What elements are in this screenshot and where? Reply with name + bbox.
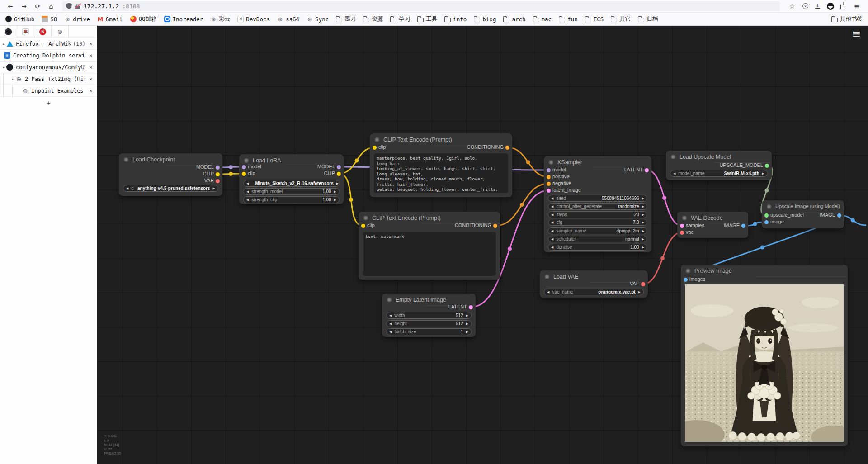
- collapse-dot-icon[interactable]: [767, 204, 771, 209]
- decrement-icon[interactable]: ◀: [551, 237, 553, 241]
- node-ksampler[interactable]: KSamplermodelpositivenegativelatent_imag…: [544, 156, 651, 252]
- input-slot-image[interactable]: [764, 220, 769, 224]
- decrement-icon[interactable]: ◀: [551, 221, 553, 224]
- input-slot-positive[interactable]: [547, 175, 551, 179]
- decrement-icon[interactable]: ◀: [126, 187, 128, 190]
- node-load-lora[interactable]: Load LoRAmodelclipMODELCLIP◀lora_nameMin…: [239, 154, 344, 204]
- expander-icon[interactable]: ▾: [9, 77, 15, 81]
- node-clip-text-encode-positive[interactable]: CLIP Text Encode (Prompt)clipCONDITIONIN…: [370, 133, 512, 197]
- new-tab-button[interactable]: +: [0, 97, 97, 109]
- bookmark-item[interactable]: 资源: [363, 15, 383, 23]
- link-midpoint-dot[interactable]: [851, 218, 855, 223]
- increment-icon[interactable]: ▶: [642, 246, 644, 249]
- node-vae-decode[interactable]: VAE DecodesamplesvaeIMAGE: [677, 212, 748, 238]
- bookmark-item[interactable]: ⊕彩云: [210, 15, 230, 23]
- link-midpoint-dot[interactable]: [765, 189, 769, 193]
- reload-button[interactable]: ⟳: [32, 1, 43, 11]
- widget-ckpt_name[interactable]: ◀ckpt_nameanything-v4.5-pruned.safetenso…: [123, 185, 218, 192]
- widget-model_name[interactable]: ◀model_nameSwinIR-M-x4.pth▶: [670, 170, 768, 177]
- widget-vae_name[interactable]: ◀vae_nameorangemix.vae.pt▶: [544, 289, 644, 295]
- widget-seed[interactable]: ◀seed550894511064696▶: [548, 195, 647, 202]
- close-tab-icon[interactable]: ×: [88, 40, 94, 47]
- widget-steps[interactable]: ◀steps20▶: [548, 211, 647, 218]
- back-button[interactable]: ←: [5, 1, 16, 11]
- expander-icon[interactable]: ▾: [0, 65, 6, 70]
- collapse-dot-icon[interactable]: [124, 157, 128, 162]
- insecure-lock-icon[interactable]: [75, 3, 80, 9]
- output-slot-UPSCALE_MODEL[interactable]: [765, 164, 769, 168]
- input-slot-clip[interactable]: [361, 224, 365, 228]
- link-midpoint-dot[interactable]: [662, 196, 666, 200]
- collapse-dot-icon[interactable]: [682, 216, 687, 220]
- pinned-tab-2[interactable]: 丰: [17, 26, 34, 38]
- share-icon[interactable]: [840, 5, 846, 9]
- close-tab-icon[interactable]: ×: [88, 87, 94, 94]
- link-midpoint-dot[interactable]: [660, 256, 665, 260]
- bookmark-item[interactable]: 墨刀: [336, 15, 356, 23]
- tab-creating-dolphin-servi[interactable]: ❄Creating Dolphin servi×: [0, 50, 97, 62]
- link-midpoint-dot[interactable]: [753, 222, 757, 226]
- decrement-icon[interactable]: ◀: [389, 314, 392, 317]
- link-midpoint-dot[interactable]: [508, 247, 512, 251]
- node-load-vae[interactable]: Load VAEVAE◀vae_nameorangemix.vae.pt▶: [540, 270, 648, 298]
- bookmark-item[interactable]: 归档: [638, 15, 658, 23]
- widget-scheduler[interactable]: ◀schedulernormal▶: [548, 236, 647, 242]
- other-bookmarks[interactable]: 其他书签: [831, 15, 863, 23]
- bookmark-item[interactable]: 其它: [611, 15, 631, 23]
- node-load-upscale-model[interactable]: Load Upscale ModelUPSCALE_MODEL◀model_na…: [666, 151, 772, 180]
- decrement-icon[interactable]: ◀: [551, 213, 553, 217]
- bookmark-item[interactable]: arch: [503, 16, 525, 23]
- decrement-icon[interactable]: ◀: [551, 229, 553, 233]
- widget-height[interactable]: ◀height512▶: [386, 320, 472, 327]
- output-slot-CONDITIONING[interactable]: [505, 146, 509, 150]
- widget-strength_clip[interactable]: ◀strength_clip1.00▶: [243, 196, 340, 203]
- bookmark-item[interactable]: QQ邮箱: [130, 15, 157, 23]
- bookmark-item[interactable]: fun: [559, 16, 578, 23]
- decrement-icon[interactable]: ◀: [551, 205, 553, 208]
- bookmark-item[interactable]: 学习: [390, 15, 410, 23]
- tab-comfyanonymous-comfyui[interactable]: ▾comfyanonymous/ComfyUI×: [0, 62, 97, 73]
- bookmark-item[interactable]: ⊕ss64: [277, 16, 299, 23]
- bookmark-item[interactable]: mac: [533, 16, 552, 23]
- output-slot-VAE[interactable]: [216, 179, 220, 183]
- increment-icon[interactable]: ▶: [762, 172, 764, 175]
- decrement-icon[interactable]: ◀: [246, 190, 249, 194]
- pinned-tab-3[interactable]: 6: [34, 26, 52, 38]
- increment-icon[interactable]: ▶: [642, 229, 644, 233]
- widget-width[interactable]: ◀width512▶: [386, 312, 472, 319]
- collapse-dot-icon[interactable]: [545, 275, 549, 279]
- close-tab-icon[interactable]: ×: [88, 52, 94, 59]
- collapse-dot-icon[interactable]: [686, 269, 690, 273]
- link-midpoint-dot[interactable]: [229, 165, 233, 169]
- input-slot-samples[interactable]: [680, 224, 684, 228]
- collapse-dot-icon[interactable]: [549, 160, 553, 165]
- widget-lora_name[interactable]: ◀lora_nameMinute_Sketch_v2_R-16.safetens…: [243, 180, 340, 187]
- bookmark-item[interactable]: ⊕drive: [64, 16, 90, 23]
- node-empty-latent-image[interactable]: Empty Latent ImageLATENT◀width512▶◀heigh…: [382, 294, 476, 337]
- decrement-icon[interactable]: ◀: [551, 246, 553, 249]
- decrement-icon[interactable]: ◀: [246, 198, 249, 202]
- input-slot-upscale_model[interactable]: [764, 213, 769, 218]
- decrement-icon[interactable]: ◀: [673, 172, 675, 175]
- output-slot-MODEL[interactable]: [337, 165, 341, 169]
- input-slot-latent_image[interactable]: [547, 189, 551, 193]
- close-tab-icon[interactable]: ×: [88, 76, 94, 82]
- increment-icon[interactable]: ▶: [466, 330, 468, 334]
- output-slot-IMAGE[interactable]: [741, 224, 745, 228]
- bookmark-item[interactable]: ECS: [585, 16, 604, 23]
- decrement-icon[interactable]: ◀: [389, 330, 392, 334]
- collapse-dot-icon[interactable]: [387, 298, 392, 302]
- collapse-dot-icon[interactable]: [671, 155, 675, 159]
- account-avatar[interactable]: [827, 3, 834, 10]
- bookmark-item[interactable]: info: [444, 16, 467, 23]
- increment-icon[interactable]: ▶: [642, 213, 644, 217]
- bookmark-star-icon[interactable]: ☆: [788, 3, 796, 10]
- close-tab-icon[interactable]: ×: [88, 64, 94, 71]
- collapse-dot-icon[interactable]: [375, 137, 379, 142]
- widget-sampler_name[interactable]: ◀sampler_namedpmpp_2m▶: [548, 227, 647, 234]
- output-slot-LATENT[interactable]: [645, 168, 649, 172]
- increment-icon[interactable]: ▶: [336, 182, 339, 185]
- decrement-icon[interactable]: ◀: [547, 290, 549, 294]
- pocket-icon[interactable]: v: [802, 3, 808, 9]
- bookmark-item[interactable]: SO: [42, 16, 57, 23]
